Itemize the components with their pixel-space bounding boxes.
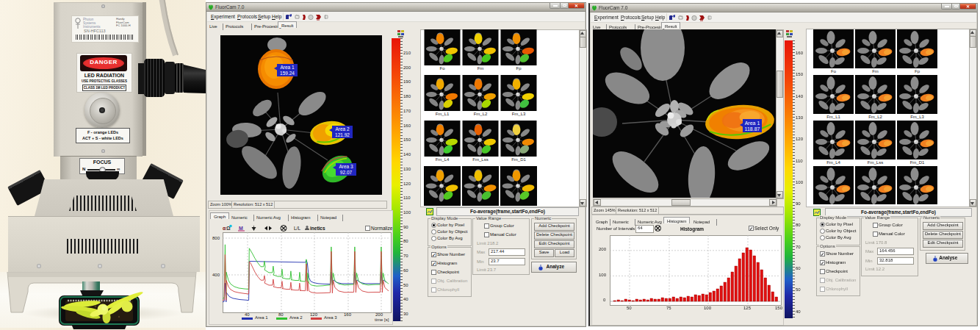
svg-text:Area 2: Area 2 xyxy=(335,126,350,132)
svg-text:M: M xyxy=(239,226,243,231)
svg-text:92.07: 92.07 xyxy=(340,170,353,175)
svg-text:Area 3: Area 3 xyxy=(339,164,353,169)
svg-text:Area 1: Area 1 xyxy=(745,121,760,126)
svg-text:159.24: 159.24 xyxy=(280,71,295,76)
svg-text:L/L: L/L xyxy=(294,226,300,231)
svg-text:Area 1: Area 1 xyxy=(280,65,295,70)
svg-text:inetics: inetics xyxy=(310,226,325,231)
svg-text:121.92: 121.92 xyxy=(335,132,350,137)
svg-text:118.87: 118.87 xyxy=(745,126,760,132)
